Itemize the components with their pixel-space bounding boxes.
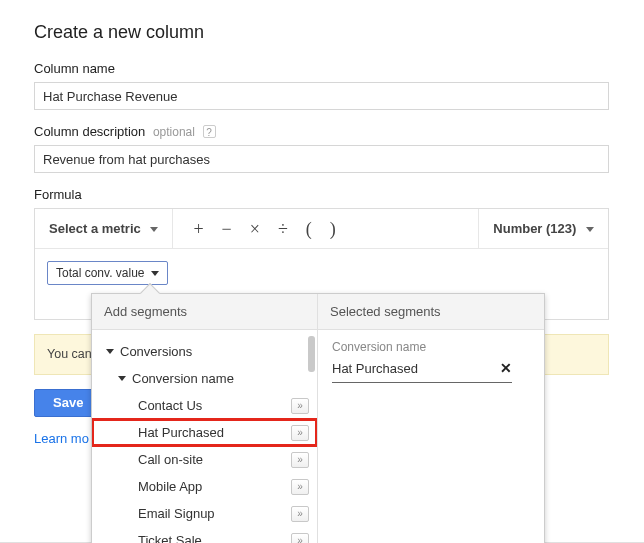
tree-item-label: Contact Us: [138, 398, 202, 413]
remove-segment-button[interactable]: ✕: [500, 360, 512, 376]
op-minus[interactable]: −: [222, 220, 232, 238]
tree-item-email-signup[interactable]: Email Signup »: [92, 500, 317, 527]
format-label: Number (123): [493, 221, 576, 236]
formula-box: Select a metric + − × ÷ ( ) Number (123): [34, 208, 609, 320]
metric-chip-label: Total conv. value: [56, 266, 145, 280]
tree-item-ticket-sale[interactable]: Ticket Sale »: [92, 527, 317, 543]
segments-tree: Conversions Conversion name Contact Us »…: [92, 330, 317, 543]
add-segments-header: Add segments: [92, 294, 317, 330]
selected-segments-header: Selected segments: [318, 294, 544, 330]
op-lparen[interactable]: (: [306, 220, 312, 238]
selected-segment-row: Hat Purchased ✕: [332, 356, 512, 383]
add-segment-button[interactable]: »: [291, 479, 309, 495]
metric-chip[interactable]: Total conv. value: [47, 261, 168, 285]
caret-down-icon: [151, 271, 159, 276]
column-desc-input[interactable]: [34, 145, 609, 173]
select-metric-dropdown[interactable]: Select a metric: [49, 221, 158, 236]
formula-body[interactable]: Total conv. value Add segments Conversio…: [35, 249, 608, 319]
add-segment-button[interactable]: »: [291, 533, 309, 544]
expand-icon: [118, 376, 126, 381]
tree-item-label: Email Signup: [138, 506, 215, 521]
add-segment-button[interactable]: »: [291, 506, 309, 522]
format-dropdown[interactable]: Number (123): [493, 221, 594, 236]
caret-down-icon: [150, 227, 158, 232]
tree-item-label: Ticket Sale: [138, 533, 202, 543]
add-segment-button[interactable]: »: [291, 425, 309, 441]
formula-label: Formula: [34, 187, 612, 202]
tree-root-label: Conversions: [120, 344, 192, 359]
tree-item-hat-purchased[interactable]: Hat Purchased »: [92, 419, 317, 446]
scrollbar[interactable]: [308, 336, 315, 372]
tree-item-label: Hat Purchased: [138, 425, 224, 440]
selected-segment-value: Hat Purchased: [332, 361, 418, 376]
add-segment-button[interactable]: »: [291, 452, 309, 468]
op-plus[interactable]: +: [193, 220, 203, 238]
page-title: Create a new column: [34, 22, 612, 43]
op-times[interactable]: ×: [250, 220, 260, 238]
help-icon[interactable]: ?: [203, 125, 216, 138]
select-metric-label: Select a metric: [49, 221, 141, 236]
optional-text: optional: [153, 125, 195, 139]
add-segment-button[interactable]: »: [291, 398, 309, 414]
column-name-input[interactable]: [34, 82, 609, 110]
column-desc-label-text: Column description: [34, 124, 145, 139]
tree-item-label: Call on-site: [138, 452, 203, 467]
column-desc-label: Column description optional ?: [34, 124, 612, 139]
tree-item-mobile-app[interactable]: Mobile App »: [92, 473, 317, 500]
op-divide[interactable]: ÷: [278, 220, 288, 238]
tree-item-call-on-site[interactable]: Call on-site »: [92, 446, 317, 473]
tree-item-contact-us[interactable]: Contact Us »: [92, 392, 317, 419]
formula-toolbar: Select a metric + − × ÷ ( ) Number (123): [35, 209, 608, 249]
tree-group-conversion-name[interactable]: Conversion name: [92, 365, 317, 392]
segments-popover: Add segments Conversions Conversion name…: [91, 293, 545, 543]
caret-down-icon: [586, 227, 594, 232]
op-rparen[interactable]: ): [330, 220, 336, 238]
tree-item-label: Mobile App: [138, 479, 202, 494]
tree-group-label: Conversion name: [132, 371, 234, 386]
expand-icon: [106, 349, 114, 354]
column-name-label: Column name: [34, 61, 612, 76]
selected-label: Conversion name: [332, 340, 530, 354]
tree-root-conversions[interactable]: Conversions: [92, 338, 317, 365]
